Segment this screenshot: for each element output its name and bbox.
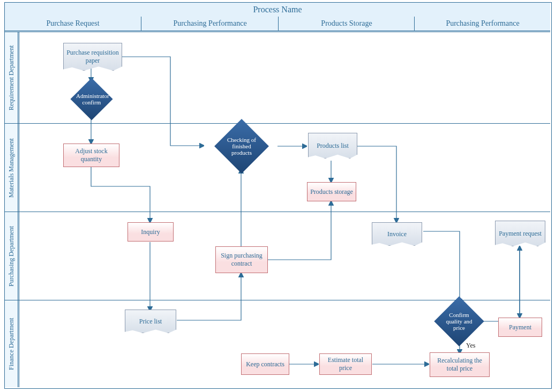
swimlane-diagram: Process Name Purchase Request Purchasing… — [0, 0, 555, 392]
lane-separator — [5, 212, 550, 212]
process-sign-contract: Sign purchasing contract — [215, 246, 268, 273]
edge-label-yes: Yes — [466, 342, 475, 350]
process-keep-contracts: Keep contracts — [241, 353, 289, 375]
doc-invoice: Invoice — [372, 222, 422, 246]
column-header: Purchase Request — [5, 17, 141, 31]
process-estimate-total: Estimate total price — [319, 353, 372, 375]
doc-payment-request: Payment request — [495, 221, 545, 246]
lane-label: Requirement Department — [5, 32, 18, 123]
process-recalculating: Recalculating the total price — [430, 352, 490, 377]
process-inquiry: Inquiry — [128, 222, 174, 242]
lane-separator — [5, 300, 550, 300]
column-header-row: Purchase Request Purchasing Performance … — [5, 17, 550, 32]
lane-label: Materials Management — [5, 123, 18, 212]
column-header: Purchasing Performance — [414, 17, 551, 31]
column-header: Purchasing Performance — [141, 17, 279, 31]
lane-label: Finance Department — [5, 300, 18, 388]
decision-label: Administrator confirm — [76, 93, 107, 105]
lane-separator — [5, 123, 550, 124]
diagram-title: Process Name — [5, 3, 550, 17]
decision-label: Confirm quality and price — [444, 312, 475, 331]
doc-products-list: Products list — [308, 133, 357, 159]
column-header: Products Storage — [278, 17, 415, 31]
lane-label-column: Requirement Department Materials Managem… — [5, 32, 19, 387]
process-adjust-stock: Adjust stock quantity — [63, 144, 119, 167]
decision-label: Checking of finished products — [224, 137, 259, 156]
doc-purchase-requisition: Purchase requisition paper — [63, 43, 122, 71]
process-products-storage: Products storage — [307, 182, 356, 201]
lane-label: Purchasing Department — [5, 212, 18, 300]
doc-price-list: Price list — [125, 310, 176, 333]
process-payment: Payment — [498, 318, 542, 337]
